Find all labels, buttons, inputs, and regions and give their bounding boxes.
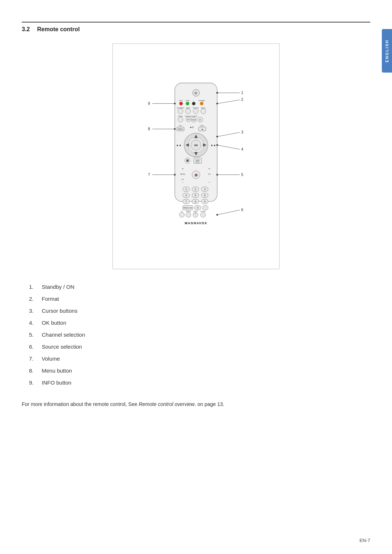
svg-text:⏻: ⏻ [195, 91, 197, 95]
svg-text:−: − [208, 180, 210, 184]
page-number: EN-7 [359, 538, 370, 543]
svg-point-94 [200, 212, 205, 217]
svg-line-111 [217, 210, 240, 215]
svg-point-121 [174, 174, 176, 176]
svg-text:0: 0 [197, 206, 199, 209]
svg-text:EXIT: EXIT [179, 126, 182, 127]
list-item: 4. OK button [29, 320, 370, 326]
svg-point-118 [174, 128, 176, 130]
list-item: 6. Source selection [29, 344, 370, 350]
svg-text:VIEW: VIEW [185, 100, 190, 102]
svg-point-18 [201, 108, 206, 114]
svg-text:7: 7 [148, 173, 150, 177]
svg-text:◄◄: ◄◄ [192, 119, 196, 121]
callout-list: 1. Standby / ON 2. Format 3. Cursor butt… [22, 284, 370, 386]
svg-point-12 [178, 108, 183, 114]
svg-point-103 [216, 136, 218, 138]
list-item: 3. Cursor buttons [29, 308, 370, 314]
svg-text:−: − [182, 180, 184, 184]
svg-point-97 [216, 92, 218, 94]
svg-text:1: 1 [241, 91, 244, 95]
svg-text:VOL: VOL [181, 178, 185, 180]
svg-text:4: 4 [185, 194, 187, 197]
svg-text:←CHAPTER→: ←CHAPTER→ [191, 116, 199, 117]
svg-text:FORMAT: FORMAT [199, 100, 205, 102]
list-item: 9. INFO button [29, 379, 370, 386]
svg-text:7: 7 [185, 200, 187, 203]
svg-text:8: 8 [148, 127, 150, 131]
svg-line-102 [217, 132, 240, 137]
svg-text:►►: ►► [211, 144, 216, 147]
svg-text:SMART: SMART [196, 160, 200, 161]
svg-text:◄◄: ◄◄ [176, 144, 181, 147]
svg-text:3: 3 [204, 188, 205, 190]
list-item: 5. Channel selection [29, 332, 370, 338]
diagram-container: ⏻ INFO VIEW ✓ FORMAT DISC MENU [113, 44, 279, 269]
svg-point-100 [216, 103, 218, 104]
svg-text:PREV CH: PREV CH [183, 207, 192, 209]
svg-text:SLEEP: SLEEP [193, 211, 198, 212]
svg-text:5: 5 [195, 194, 196, 197]
svg-point-16 [193, 108, 198, 114]
svg-text:CC: CC [181, 211, 183, 212]
svg-point-8 [192, 102, 195, 105]
svg-line-105 [217, 145, 240, 149]
svg-text:6: 6 [241, 208, 244, 212]
svg-point-10 [200, 102, 203, 105]
svg-rect-47 [187, 160, 189, 162]
svg-text:SOURCE: SOURCE [200, 211, 206, 212]
svg-text:3: 3 [241, 130, 244, 134]
svg-text:E: E [195, 213, 196, 215]
svg-point-109 [216, 174, 218, 176]
footer-note: For more information about the remote co… [22, 400, 370, 408]
svg-text:8: 8 [195, 200, 196, 203]
svg-point-6 [186, 102, 189, 105]
list-item: 8. Menu button [29, 368, 370, 374]
svg-text:4: 4 [241, 147, 244, 151]
svg-text:MENU: MENU [178, 128, 183, 130]
list-item: 7. Volume [29, 356, 370, 362]
section-header: 3.2 Remote control [22, 22, 370, 33]
svg-text:►: ► [199, 119, 201, 121]
section-number: 3.2 [22, 26, 30, 33]
svg-text:5: 5 [241, 173, 244, 177]
svg-text:1: 1 [185, 188, 187, 190]
svg-point-112 [216, 214, 218, 216]
svg-text:CH: CH [208, 173, 211, 175]
svg-point-89 [186, 212, 191, 217]
svg-text:6: 6 [204, 194, 205, 197]
svg-point-106 [216, 144, 218, 146]
side-tab-label: ENGLISH [385, 40, 389, 62]
svg-text:2: 2 [241, 98, 244, 102]
svg-text:INFO: INFO [179, 100, 183, 102]
remote-svg: ⏻ INFO VIEW ✓ FORMAT DISC MENU [131, 55, 261, 258]
svg-text:EJECT: EJECT [200, 126, 205, 127]
svg-text:+: + [208, 167, 210, 171]
svg-text:►II: ►II [190, 126, 194, 128]
svg-text:9: 9 [148, 102, 150, 106]
svg-text:FREEZE: FREEZE [186, 211, 191, 212]
svg-text:🔇: 🔇 [195, 173, 198, 177]
svg-point-14 [185, 108, 191, 114]
remote-diagram: ⏻ INFO VIEW ✓ FORMAT DISC MENU [131, 55, 261, 258]
section-title: Remote control [37, 26, 79, 33]
side-tab: ENGLISH [382, 29, 392, 73]
svg-text:+: + [182, 167, 184, 171]
svg-point-87 [179, 212, 184, 217]
svg-text:OK: OK [194, 144, 198, 147]
svg-text:MAGNAVOX: MAGNAVOX [185, 221, 207, 225]
svg-text:MODE: MODE [196, 161, 200, 163]
svg-point-115 [174, 103, 176, 104]
svg-text:9: 9 [204, 200, 205, 203]
list-item: 1. Standby / ON [29, 284, 370, 290]
svg-text:⏏: ⏏ [201, 128, 203, 130]
svg-text:2: 2 [195, 188, 196, 190]
svg-point-4 [179, 102, 183, 105]
svg-line-99 [217, 100, 240, 103]
diagram-area: ⏻ INFO VIEW ✓ FORMAT DISC MENU [22, 44, 370, 269]
svg-text:·: · [205, 206, 206, 209]
svg-text:✓: ✓ [193, 100, 194, 102]
svg-point-20 [178, 117, 183, 122]
svg-text:MUTE: MUTE [180, 173, 185, 175]
list-item: 2. Format [29, 296, 370, 302]
